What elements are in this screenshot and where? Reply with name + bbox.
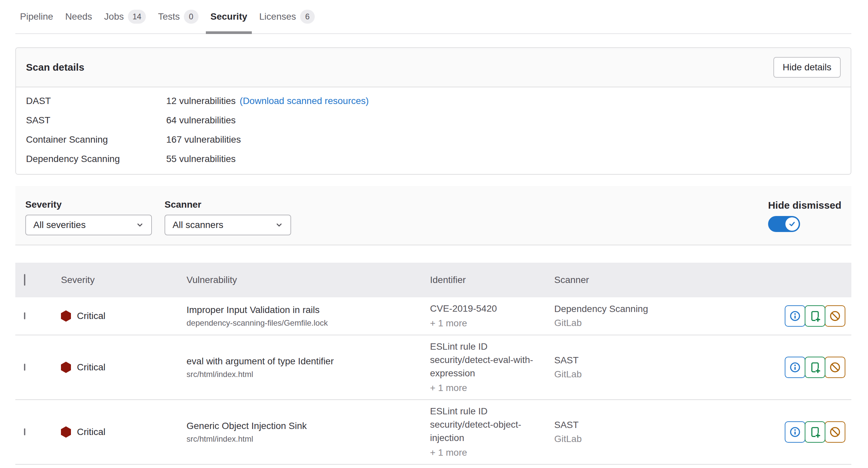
table-row[interactable]: Critical Improper Input Validation in ra… — [15, 297, 851, 335]
row-actions — [762, 357, 851, 378]
severity-dropdown[interactable]: All severities — [25, 215, 152, 235]
scanner-dropdown[interactable]: All scanners — [164, 215, 291, 235]
scan-details-title: Scan details — [26, 62, 84, 73]
scan-value: 64 vulnerabilities — [166, 115, 236, 126]
tab-label: Pipeline — [20, 11, 53, 22]
scan-value: 55 vulnerabilities — [166, 153, 236, 165]
row-checkbox[interactable] — [24, 428, 25, 435]
scan-label: Container Scanning — [26, 134, 166, 145]
pipeline-tabs: Pipeline Needs Jobs14 Tests0 Security Li… — [15, 0, 851, 34]
vulnerability-title[interactable]: Improper Input Validation in rails — [187, 304, 430, 316]
check-icon — [788, 220, 796, 228]
tab-needs[interactable]: Needs — [59, 0, 98, 33]
scanner-cell: Dependency Scanning GitLab — [554, 303, 762, 329]
tab-label: Tests — [158, 11, 180, 22]
scan-row-sast: SAST 64 vulnerabilities — [26, 115, 841, 126]
tab-tests[interactable]: Tests0 — [152, 0, 204, 33]
vulnerability-title[interactable]: eval with argument of type Identifier — [187, 355, 430, 367]
vulnerabilities-table: Severity Vulnerability Identifier Scanne… — [15, 263, 851, 465]
tab-label: Security — [211, 11, 247, 22]
vulnerability-path: src/html/index.html — [187, 434, 430, 444]
scanner-name: SAST — [554, 419, 762, 431]
scan-value: 167 vulnerabilities — [166, 134, 241, 145]
tab-count-badge: 0 — [184, 10, 198, 24]
create-issue-icon — [809, 426, 821, 438]
severity-cell: Critical — [61, 362, 187, 373]
toggle-knob — [785, 217, 799, 231]
identifier-cell: ESLint rule ID security/detect-eval-with… — [430, 340, 554, 395]
row-checkbox[interactable] — [24, 312, 25, 319]
column-header-scanner: Scanner — [554, 275, 762, 285]
tab-pipeline[interactable]: Pipeline — [15, 0, 59, 33]
scanner-name: SAST — [554, 354, 762, 366]
pipeline-security-page: Pipeline Needs Jobs14 Tests0 Security Li… — [0, 0, 868, 468]
tab-jobs[interactable]: Jobs14 — [98, 0, 152, 33]
severity-filter: Severity All severities — [25, 199, 152, 245]
scan-details-header: Scan details Hide details — [16, 48, 851, 87]
chevron-down-icon — [275, 221, 283, 229]
information-icon — [789, 426, 801, 438]
scanner-vendor: GitLab — [554, 317, 762, 329]
identifier-more: + 1 more — [430, 446, 544, 459]
severity-critical-icon — [61, 310, 71, 322]
severity-label: Critical — [77, 362, 105, 373]
hide-dismissed-filter: Hide dismissed — [768, 199, 841, 245]
scan-row-dast: DAST 12 vulnerabilities (Download scanne… — [26, 95, 841, 107]
tab-label: Licenses — [259, 11, 296, 22]
hide-dismissed-label: Hide dismissed — [768, 199, 841, 211]
table-row[interactable]: Critical Generic Object Injection Sink s… — [15, 400, 851, 465]
scan-label: DAST — [26, 95, 166, 107]
severity-label: Critical — [77, 311, 105, 321]
severity-critical-icon — [61, 362, 71, 373]
create-issue-icon — [809, 362, 821, 373]
vulnerability-title[interactable]: Generic Object Injection Sink — [187, 420, 430, 432]
tab-security[interactable]: Security — [205, 0, 253, 33]
scan-row-dependency-scanning: Dependency Scanning 55 vulnerabilities — [26, 153, 841, 165]
column-header-identifier: Identifier — [430, 275, 554, 285]
vulnerability-path: src/html/index.html — [187, 369, 430, 379]
column-header-severity: Severity — [61, 275, 187, 285]
scan-details-card: Scan details Hide details DAST 12 vulner… — [15, 47, 851, 175]
scan-label: Dependency Scanning — [26, 153, 166, 165]
more-info-button[interactable] — [785, 421, 805, 443]
chevron-down-icon — [136, 221, 144, 229]
information-icon — [789, 362, 801, 373]
severity-filter-label: Severity — [25, 199, 152, 210]
tab-count-badge: 6 — [300, 10, 315, 24]
cancel-icon — [829, 362, 841, 373]
more-info-button[interactable] — [785, 305, 805, 327]
tab-label: Needs — [65, 11, 92, 22]
scan-details-body: DAST 12 vulnerabilities (Download scanne… — [16, 87, 851, 174]
download-scanned-resources-link[interactable]: (Download scanned resources) — [240, 95, 369, 107]
hide-dismissed-toggle[interactable] — [768, 216, 800, 232]
column-header-vulnerability: Vulnerability — [187, 275, 430, 285]
more-info-button[interactable] — [785, 357, 805, 378]
dismiss-button[interactable] — [825, 357, 845, 378]
dismiss-button[interactable] — [825, 421, 845, 443]
dismiss-button[interactable] — [825, 305, 845, 327]
identifier-more: + 1 more — [430, 317, 544, 330]
scan-row-container-scanning: Container Scanning 167 vulnerabilities — [26, 134, 841, 145]
hide-details-button[interactable]: Hide details — [773, 57, 841, 78]
vulnerability-cell: Generic Object Injection Sink src/html/i… — [187, 420, 430, 444]
table-row[interactable]: Critical eval with argument of type Iden… — [15, 335, 851, 400]
row-actions — [762, 421, 851, 443]
create-issue-icon — [809, 310, 821, 322]
row-checkbox[interactable] — [24, 364, 25, 371]
create-issue-button[interactable] — [805, 357, 825, 378]
information-icon — [789, 310, 801, 322]
vulnerability-path: dependency-scanning-files/Gemfile.lock — [187, 318, 430, 328]
severity-label: Critical — [77, 427, 105, 437]
tab-licenses[interactable]: Licenses6 — [253, 0, 321, 33]
select-all-checkbox[interactable] — [24, 274, 25, 286]
tab-label: Jobs — [104, 11, 124, 22]
filters-bar: Severity All severities Scanner All scan… — [15, 186, 851, 245]
scanner-vendor: GitLab — [554, 368, 762, 380]
scanner-cell: SAST GitLab — [554, 354, 762, 380]
vulnerability-cell: Improper Input Validation in rails depen… — [187, 304, 430, 328]
scanner-dropdown-value: All scanners — [173, 220, 223, 230]
scanner-filter-label: Scanner — [164, 199, 291, 210]
create-issue-button[interactable] — [805, 305, 825, 327]
create-issue-button[interactable] — [805, 421, 825, 443]
severity-cell: Critical — [61, 310, 187, 322]
